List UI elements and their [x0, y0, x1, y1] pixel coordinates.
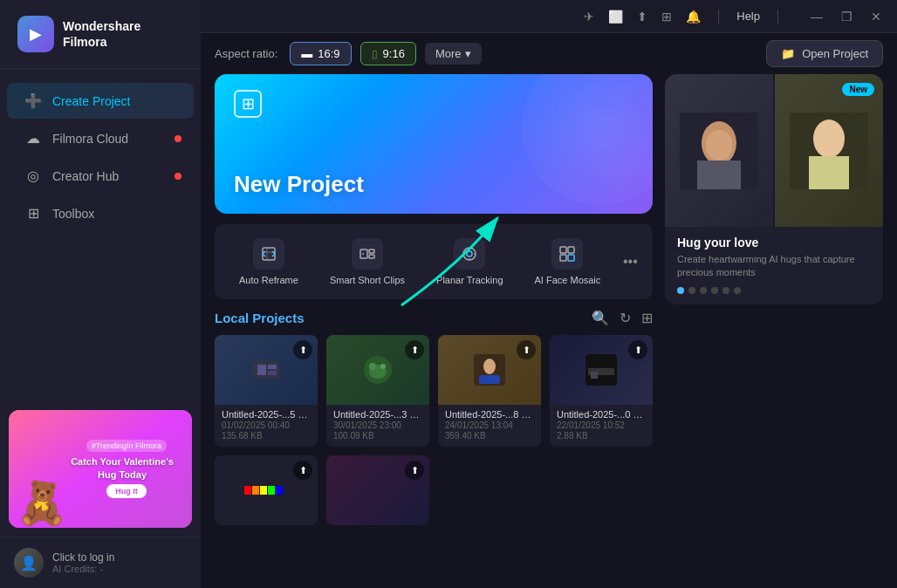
promo-banner[interactable]: 🧸 #Trendingín Filmora Catch Your Valenti… — [9, 410, 192, 528]
separator — [718, 10, 719, 24]
tool-auto-reframe[interactable]: Auto Reframe — [225, 231, 312, 292]
svg-rect-35 — [809, 156, 849, 189]
upload-icon: ⬆ — [628, 340, 647, 359]
dot-5 — [722, 287, 729, 294]
svg-rect-24 — [244, 486, 251, 495]
section-actions: 🔍 ↻ ⊞ — [592, 310, 653, 326]
create-project-icon: ➕ — [24, 92, 42, 109]
auto-reframe-icon — [253, 238, 284, 270]
planar-tracking-label: Planar Tracking — [436, 275, 503, 285]
auto-reframe-label: Auto Reframe — [239, 275, 298, 285]
svg-rect-0 — [263, 248, 275, 260]
project-card[interactable]: ⬆ — [215, 455, 318, 525]
svg-point-5 — [467, 251, 472, 256]
close-button[interactable]: ✕ — [867, 10, 885, 24]
upload-icon: ⬆ — [293, 340, 312, 359]
upload-icon: ⬆ — [517, 340, 536, 359]
search-icon[interactable]: 🔍 — [592, 310, 609, 326]
new-project-title: New Project — [234, 171, 364, 198]
svg-rect-32 — [706, 130, 732, 161]
aspect-916-label: 9:16 — [383, 47, 405, 60]
svg-rect-6 — [560, 247, 566, 253]
tools-more-button[interactable]: ••• — [618, 250, 642, 274]
help-label[interactable]: Help — [736, 10, 760, 23]
aspect-more-button[interactable]: More ▾ — [425, 43, 482, 65]
sidebar-item-label: Create Project — [52, 94, 130, 108]
new-project-icon: ⊞ — [234, 90, 262, 118]
feature-card-title: Hug your love — [677, 236, 871, 250]
smart-short-clips-label: Smart Short Clips — [330, 275, 405, 285]
banner-button[interactable]: Hug It — [106, 484, 147, 498]
local-projects-section: Local Projects 🔍 ↻ ⊞ ⬆ — [215, 310, 653, 581]
separator — [777, 10, 778, 24]
svg-point-4 — [463, 248, 476, 260]
aspect-ratio-bar: Aspect ratio: ▬ 16:9 ▯ 9:16 More ▾ 📁 Ope… — [201, 33, 897, 74]
project-card[interactable]: ⬆ — [326, 455, 429, 525]
content-area: ⊞ New Project Auto Reframe — [201, 74, 897, 588]
upload-icon: ⬆ — [293, 461, 312, 480]
notification-dot — [175, 173, 181, 180]
local-projects-title: Local Projects — [215, 311, 305, 325]
svg-point-16 — [369, 363, 376, 370]
user-credits: AI Credits: - — [52, 564, 114, 574]
filmora-cloud-icon: ☁ — [24, 130, 42, 147]
grid-icon[interactable]: ⊞ — [661, 10, 672, 24]
sidebar-item-creator-hub[interactable]: ◎ Creator Hub — [7, 158, 194, 194]
tool-ai-face-mosaic[interactable]: AI Face Mosaic — [521, 231, 615, 292]
refresh-icon[interactable]: ↻ — [620, 310, 631, 326]
upload-icon: ⬆ — [405, 461, 424, 480]
project-date: 30/01/2025 23:00 — [333, 420, 422, 430]
send-icon[interactable]: ✈ — [584, 10, 594, 24]
user-profile[interactable]: 👤 Click to log in AI Credits: - — [0, 537, 201, 588]
upload-icon[interactable]: ⬆ — [637, 10, 647, 24]
aspect-169-icon: ▬ — [301, 47, 312, 60]
svg-rect-11 — [257, 365, 266, 375]
sidebar-item-create-project[interactable]: ➕ Create Project — [7, 83, 194, 119]
project-size: 135.68 KB — [222, 431, 311, 441]
left-panel: ⊞ New Project Auto Reframe — [215, 74, 653, 581]
new-project-card[interactable]: ⊞ New Project — [215, 74, 653, 214]
open-project-label: Open Project — [802, 47, 868, 60]
section-header: Local Projects 🔍 ↻ ⊞ — [215, 310, 653, 326]
svg-rect-7 — [568, 247, 574, 253]
folder-icon: 📁 — [781, 47, 795, 60]
planar-tracking-icon — [454, 238, 485, 270]
ai-face-mosaic-icon — [551, 238, 583, 270]
tool-smart-short-clips[interactable]: Smart Short Clips — [316, 231, 419, 292]
bell-icon[interactable]: 🔔 — [686, 10, 701, 24]
banner-text: Catch Your Valentine's Hug Today — [61, 455, 192, 481]
project-card[interactable]: ⬆ Untitled-2025-...3 45(copy).wfp 30/01/… — [326, 335, 429, 447]
logo-icon: ▶ — [17, 16, 54, 52]
aspect-169-label: 16:9 — [318, 47, 339, 60]
ai-face-mosaic-label: AI Face Mosaic — [535, 275, 601, 285]
maximize-button[interactable]: ❐ — [838, 10, 855, 24]
feature-new-badge: New — [842, 83, 874, 96]
dot-1 — [677, 287, 684, 294]
open-project-button[interactable]: 📁 Open Project — [766, 40, 883, 67]
aspect-169-button[interactable]: ▬ 16:9 — [290, 42, 351, 65]
tool-planar-tracking[interactable]: Planar Tracking — [422, 231, 517, 292]
sidebar-item-toolbox[interactable]: ⊞ Toolbox — [7, 195, 194, 231]
sidebar-item-label: Filmora Cloud — [52, 132, 128, 146]
app-logo: ▶ WondershareFilmora — [0, 0, 201, 69]
svg-rect-23 — [591, 372, 598, 379]
project-card[interactable]: ⬆ Untitled-2025-...5 48(copy).wfp 01/02/… — [215, 335, 318, 447]
toolbox-icon: ⊞ — [24, 205, 42, 222]
chevron-down-icon: ▾ — [465, 47, 471, 60]
minimize-button[interactable]: — — [808, 10, 825, 24]
feature-card[interactable]: New Hug your love Create heartwarming AI… — [665, 74, 883, 304]
svg-rect-2 — [369, 250, 374, 253]
project-size: 100.09 KB — [333, 431, 422, 441]
svg-rect-8 — [560, 255, 566, 261]
project-date: 24/01/2025 13:04 — [445, 420, 534, 430]
aspect-916-button[interactable]: ▯ 9:16 — [360, 42, 416, 65]
caption-icon[interactable]: ⬜ — [608, 10, 623, 24]
sidebar-item-filmora-cloud[interactable]: ☁ Filmora Cloud — [7, 120, 194, 156]
grid-view-icon[interactable]: ⊞ — [641, 310, 653, 326]
svg-rect-25 — [252, 486, 259, 495]
project-card[interactable]: ⬆ Untitled-2025-...8 57(copy).wfp 24/01/… — [438, 335, 541, 447]
project-card[interactable]: ⬆ Untitled-2025-...0 37(copy).wfp 22/01/… — [550, 335, 653, 447]
sidebar: ▶ WondershareFilmora ➕ Create Project ☁ … — [0, 0, 201, 588]
more-label: More — [435, 47, 462, 60]
svg-rect-1 — [360, 250, 367, 258]
